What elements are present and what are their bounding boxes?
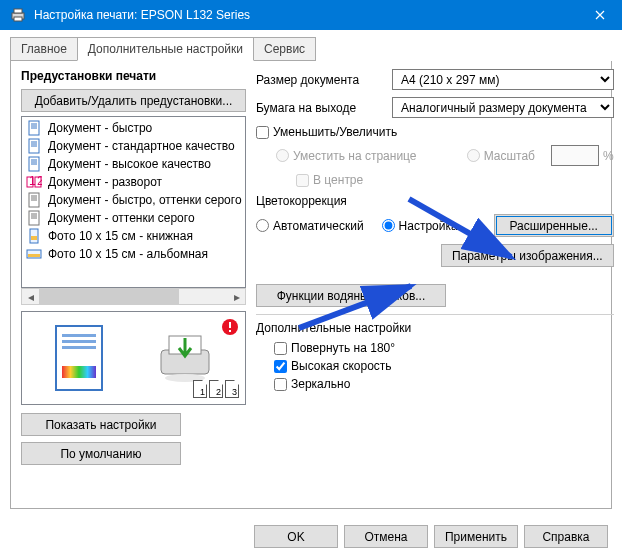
highspeed-check[interactable] bbox=[274, 360, 287, 373]
percent-label: % bbox=[603, 149, 614, 163]
list-item[interactable]: Документ - высокое качество bbox=[24, 155, 243, 173]
rotate180-label: Повернуть на 180° bbox=[291, 341, 395, 355]
photo-portrait-icon bbox=[26, 228, 42, 244]
apply-button[interactable]: Применить bbox=[434, 525, 518, 548]
svg-text:2: 2 bbox=[37, 174, 42, 188]
list-item[interactable]: Документ - стандартное качество bbox=[24, 137, 243, 155]
custom-radio[interactable] bbox=[382, 219, 395, 232]
mirror-label: Зеркально bbox=[291, 377, 350, 391]
tab-service[interactable]: Сервис bbox=[253, 37, 316, 61]
tab-panel: Предустановки печати Добавить/Удалить пр… bbox=[10, 61, 612, 509]
tab-strip: Главное Дополнительные настройки Сервис bbox=[10, 37, 612, 62]
printer-preview-icon bbox=[155, 330, 215, 386]
svg-rect-17 bbox=[62, 334, 96, 337]
advanced-button[interactable]: Расширенные... bbox=[494, 214, 614, 237]
defaults-button[interactable]: По умолчанию bbox=[21, 442, 181, 465]
scroll-thumb[interactable] bbox=[39, 289, 179, 304]
watermark-button[interactable]: Функции водяных знаков... bbox=[256, 284, 446, 307]
help-button[interactable]: Справка bbox=[524, 525, 608, 548]
scale-radio bbox=[467, 149, 480, 162]
h-scrollbar[interactable]: ◂ ▸ bbox=[21, 288, 246, 305]
spread-icon: 12 bbox=[26, 174, 42, 190]
tab-main[interactable]: Главное bbox=[10, 37, 78, 61]
svg-rect-2 bbox=[14, 17, 22, 21]
out-paper-label: Бумага на выходе bbox=[256, 101, 392, 115]
color-corr-label: Цветокоррекция bbox=[256, 194, 614, 208]
list-item[interactable]: Документ - оттенки серого bbox=[24, 209, 243, 227]
scroll-right-icon[interactable]: ▸ bbox=[228, 289, 245, 304]
svg-rect-1 bbox=[14, 9, 22, 13]
close-button[interactable] bbox=[577, 0, 622, 30]
svg-rect-20 bbox=[62, 366, 96, 378]
center-check bbox=[296, 174, 309, 187]
center-label: В центре bbox=[313, 173, 363, 187]
preview-pane: 123 bbox=[21, 311, 246, 405]
list-item[interactable]: 12Документ - разворот bbox=[24, 173, 243, 191]
svg-rect-25 bbox=[229, 322, 231, 328]
svg-rect-19 bbox=[62, 346, 96, 349]
page-icon bbox=[26, 138, 42, 154]
dialog-footer: OK Отмена Применить Справка bbox=[254, 525, 608, 548]
custom-label: Настройка bbox=[399, 219, 458, 233]
svg-rect-18 bbox=[62, 340, 96, 343]
svg-rect-15 bbox=[28, 254, 40, 257]
mirror-check[interactable] bbox=[274, 378, 287, 391]
rotate180-check[interactable] bbox=[274, 342, 287, 355]
auto-label: Автоматический bbox=[273, 219, 364, 233]
svg-rect-13 bbox=[31, 236, 37, 240]
scroll-left-icon[interactable]: ◂ bbox=[22, 289, 39, 304]
page-gray-icon bbox=[26, 210, 42, 226]
printer-icon bbox=[10, 7, 26, 23]
doc-size-select[interactable]: A4 (210 x 297 мм) bbox=[392, 69, 614, 90]
tab-additional[interactable]: Дополнительные настройки bbox=[77, 37, 254, 61]
window-title: Настройка печати: EPSON L132 Series bbox=[34, 8, 250, 22]
cancel-button[interactable]: Отмена bbox=[344, 525, 428, 548]
reduce-enlarge-check[interactable] bbox=[256, 126, 269, 139]
alert-icon bbox=[221, 318, 239, 336]
reduce-enlarge-label: Уменьшить/Увеличить bbox=[273, 125, 397, 139]
fit-page-radio bbox=[276, 149, 289, 162]
addl-settings-label: Дополнительные настройки bbox=[256, 321, 614, 335]
list-item[interactable]: Фото 10 x 15 см - книжная bbox=[24, 227, 243, 245]
presets-list[interactable]: Документ - быстро Документ - стандартное… bbox=[21, 116, 246, 288]
presets-header: Предустановки печати bbox=[21, 69, 246, 83]
page-seq-icon: 123 bbox=[193, 380, 239, 398]
add-remove-presets-button[interactable]: Добавить/Удалить предустановки... bbox=[21, 89, 246, 112]
page-icon bbox=[26, 120, 42, 136]
highspeed-label: Высокая скорость bbox=[291, 359, 392, 373]
page-preview-icon bbox=[52, 322, 106, 394]
list-item[interactable]: Документ - быстро, оттенки серого bbox=[24, 191, 243, 209]
page-icon bbox=[26, 156, 42, 172]
photo-landscape-icon bbox=[26, 246, 42, 262]
fit-page-label: Уместить на странице bbox=[293, 149, 417, 163]
titlebar: Настройка печати: EPSON L132 Series bbox=[0, 0, 622, 30]
out-paper-select[interactable]: Аналогичный размеру документа bbox=[392, 97, 614, 118]
page-gray-icon bbox=[26, 192, 42, 208]
scale-label: Масштаб bbox=[484, 149, 535, 163]
auto-radio[interactable] bbox=[256, 219, 269, 232]
ok-button[interactable]: OK bbox=[254, 525, 338, 548]
scale-input bbox=[551, 145, 599, 166]
image-params-button[interactable]: Параметры изображения... bbox=[441, 244, 614, 267]
list-item[interactable]: Фото 10 x 15 см - альбомная bbox=[24, 245, 243, 263]
svg-text:1: 1 bbox=[29, 174, 36, 188]
show-settings-button[interactable]: Показать настройки bbox=[21, 413, 181, 436]
svg-rect-26 bbox=[229, 330, 231, 332]
list-item[interactable]: Документ - быстро bbox=[24, 119, 243, 137]
doc-size-label: Размер документа bbox=[256, 73, 392, 87]
